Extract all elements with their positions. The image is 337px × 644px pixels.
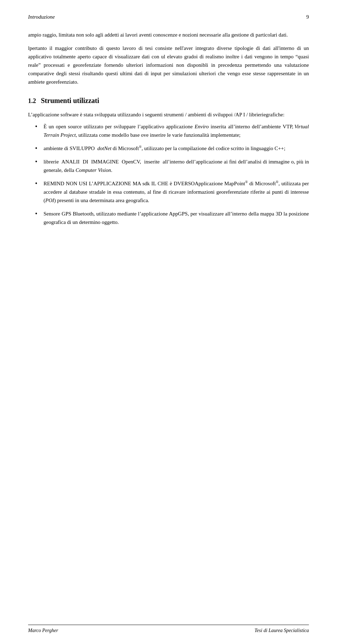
footer-thesis-title: Tesi di Laurea Specialistica — [255, 628, 309, 633]
italic-poi: POI — [45, 198, 54, 203]
list-item: • REMIND NON USI L’APPLICAZIONE MA sdk I… — [35, 179, 309, 205]
bullet-content-4: REMIND NON USI L’APPLICAZIONE MA sdk IL … — [44, 179, 309, 205]
superscript-reg-2: ® — [245, 180, 248, 184]
list-item: • Sensore GPS Bluetooth, utilizzato medi… — [35, 210, 309, 226]
list-item: • È un open source utilizzato per svilup… — [35, 122, 309, 139]
section-heading: 1.2 Strumenti utilizzati — [28, 97, 309, 105]
header-title: Introduzione — [28, 14, 55, 20]
list-item: • librerie ANALII DI IMMAGINE OpenCV, in… — [35, 157, 309, 174]
footer-author: Marco Pergher — [28, 628, 58, 633]
section-title: Strumenti utilizzati — [41, 97, 99, 105]
paragraph-2: lpertanto il maggior contributo di quest… — [28, 44, 309, 86]
superscript-reg-3: ® — [276, 180, 279, 184]
intro-text: L’applicazione software è stata sviluppa… — [28, 110, 309, 119]
bullet-list: • È un open source utilizzato per svilup… — [28, 122, 309, 226]
page-header: Introduzione 9 — [28, 14, 309, 20]
italic-enviro: Enviro — [194, 124, 209, 129]
bullet-content-5: Sensore GPS Bluetooth, utilizzato median… — [44, 210, 309, 226]
paragraph-1: ampio raggio, limitata non solo agli add… — [28, 31, 309, 39]
italic-vtp: Virtual Terrain Project — [44, 124, 309, 138]
header-page-number: 9 — [306, 14, 309, 20]
page-footer: Marco Pergher Tesi di Laurea Specialisti… — [28, 625, 309, 633]
bullet-icon: • — [35, 210, 41, 218]
superscript-reg: ® — [139, 145, 142, 149]
list-item: • ambiente di SVILUPPO dotNet di Microso… — [35, 144, 309, 153]
bullet-icon: • — [35, 180, 41, 188]
bullet-content-3: librerie ANALII DI IMMAGINE OpenCV, inse… — [44, 157, 309, 174]
bullet-content-1: È un open source utilizzato per sviluppa… — [44, 122, 309, 139]
bullet-icon: • — [35, 123, 41, 131]
bullet-icon: • — [35, 145, 41, 153]
italic-dotnet: dotNet — [97, 146, 111, 151]
italic-cv: Computer Vision — [75, 167, 111, 173]
bullet-icon: • — [35, 158, 41, 166]
section-number: 1.2 — [28, 97, 36, 105]
bullet-content-2: ambiente di SVILUPPO dotNet di Microsoft… — [44, 144, 309, 153]
page-container: Introduzione 9 ampio raggio, limitata no… — [0, 0, 337, 644]
